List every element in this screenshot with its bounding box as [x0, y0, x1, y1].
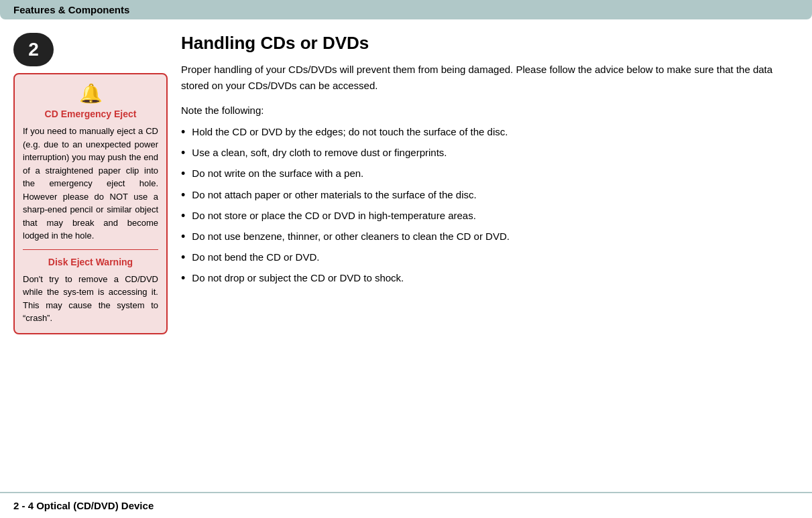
sidebar-section2-title: Disk Eject Warning — [23, 257, 158, 267]
page-footer: 2 - 4 Optical (CD/DVD) Device — [0, 492, 812, 518]
footer-label: 2 - 4 Optical (CD/DVD) Device — [13, 500, 154, 511]
list-item: Hold the CD or DVD by the edges; do not … — [181, 124, 799, 141]
sidebar-section2-text: Don't try to remove a CD/DVD while the s… — [23, 273, 158, 325]
chapter-badge: 2 — [13, 33, 54, 66]
main-content: Handling CDs or DVDs Proper handling of … — [181, 33, 799, 292]
note-label: Note the following: — [181, 105, 799, 116]
main-intro: Proper handling of your CDs/DVDs will pr… — [181, 62, 799, 94]
list-item: Do not attach paper or other materials t… — [181, 187, 799, 204]
list-item: Do not write on the surface with a pen. — [181, 166, 799, 182]
list-item: Use a clean, soft, dry cloth to remove d… — [181, 145, 799, 161]
sidebar-section1-title: CD Emergency Eject — [23, 109, 158, 119]
list-item: Do not use benzene, thinner, or other cl… — [181, 229, 799, 245]
list-item: Do not drop or subject the CD or DVD to … — [181, 270, 799, 287]
header-title: Features & Components — [13, 4, 129, 15]
content-area: 2 🔔 CD Emergency Eject If you need to ma… — [0, 19, 812, 341]
list-item: Do not store or place the CD or DVD in h… — [181, 208, 799, 224]
sidebar-box: 🔔 CD Emergency Eject If you need to manu… — [13, 73, 168, 334]
sidebar-divider — [23, 249, 158, 250]
list-item: Do not bend the CD or DVD. — [181, 249, 799, 266]
left-column: 2 🔔 CD Emergency Eject If you need to ma… — [13, 33, 168, 334]
sidebar-section1-text: If you need to manually eject a CD (e.g.… — [23, 125, 158, 243]
bell-icon: 🔔 — [23, 82, 158, 105]
page-header: Features & Components — [0, 0, 812, 19]
bullet-list: Hold the CD or DVD by the edges; do not … — [181, 124, 799, 287]
main-title: Handling CDs or DVDs — [181, 33, 799, 54]
